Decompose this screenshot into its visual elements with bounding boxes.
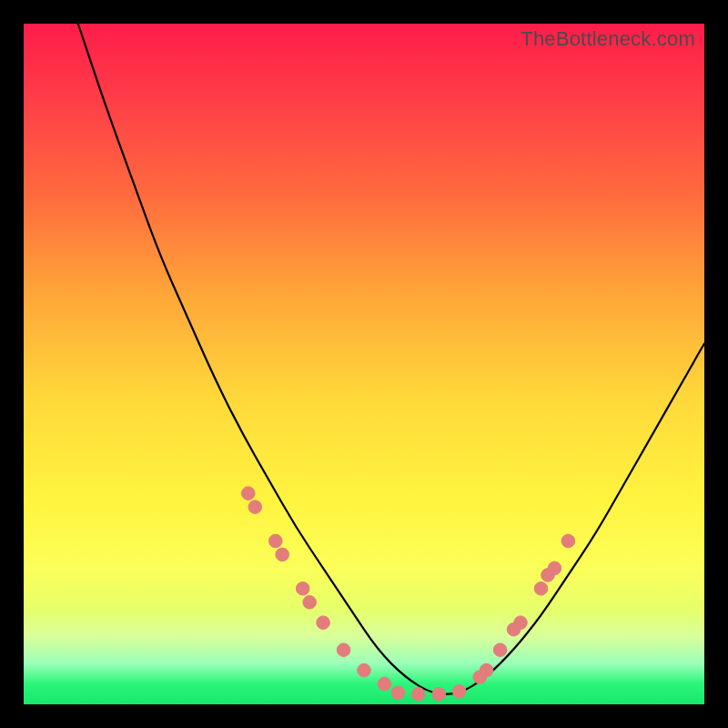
data-point — [276, 548, 289, 561]
curve-layer — [24, 24, 704, 704]
data-point — [358, 663, 371, 677]
chart-frame: TheBottleneck.com — [0, 0, 728, 728]
data-point — [391, 686, 405, 700]
data-point — [269, 534, 283, 548]
plot-area: TheBottleneck.com — [24, 24, 704, 704]
data-point — [317, 616, 330, 630]
data-point — [514, 616, 528, 630]
bottleneck-curve — [78, 24, 704, 694]
data-point — [337, 643, 350, 657]
data-point — [412, 688, 426, 702]
data-point — [242, 487, 256, 500]
data-point — [493, 643, 507, 657]
data-point — [534, 582, 548, 596]
data-point — [548, 561, 561, 575]
data-point — [303, 596, 317, 610]
data-point — [480, 663, 493, 677]
data-point — [561, 534, 575, 548]
data-point — [296, 582, 309, 596]
data-point — [432, 688, 446, 702]
data-point — [248, 500, 262, 514]
data-point — [378, 677, 391, 691]
data-point — [452, 685, 466, 699]
